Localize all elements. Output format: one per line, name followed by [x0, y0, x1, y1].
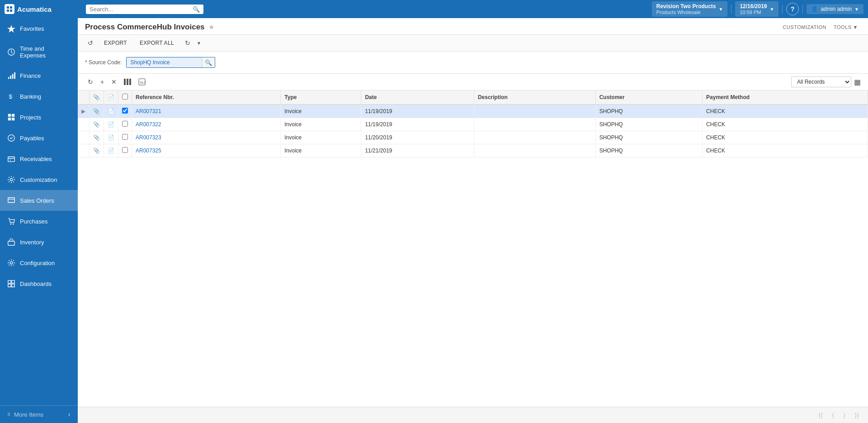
customization-button[interactable]: CUSTOMIZATION	[780, 23, 829, 31]
row-checkbox[interactable]	[122, 121, 128, 127]
sidebar-item-banking[interactable]: $Banking	[0, 86, 78, 107]
row-toggle-icon[interactable]: ▶	[81, 108, 85, 114]
invoices-table: 📎 📄 Reference Nbr. Type Date Description…	[78, 90, 868, 157]
row-checkbox[interactable]	[122, 134, 128, 140]
row-date: 11/21/2019	[361, 144, 474, 157]
help-button[interactable]: ?	[786, 3, 799, 15]
prev-page-button[interactable]: ⟨	[828, 410, 838, 421]
sidebar-item-dashboards[interactable]: Dashboards	[0, 273, 78, 294]
export-button[interactable]: EXPORT	[99, 38, 132, 48]
search-bar[interactable]: 🔍	[86, 5, 203, 14]
undo-button[interactable]: ↺	[85, 38, 96, 48]
top-bar: Acumatica 🔍 Revision Two Products Produc…	[0, 0, 868, 18]
grid-toolbar-left: ↻ + ✕ XLS	[85, 77, 148, 87]
refresh-dropdown-button[interactable]: ▼	[194, 39, 204, 48]
records-filter-select[interactable]: All RecordsSelected Records	[791, 76, 851, 87]
sidebar-item-label: Banking	[20, 93, 41, 100]
more-items-label[interactable]: More Items	[14, 411, 43, 418]
grid-delete-button[interactable]: ✕	[108, 77, 119, 87]
page-header: Process CommerceHub Invoices ★ CUSTOMIZA…	[78, 18, 868, 35]
row-date: 11/19/2019	[361, 118, 474, 131]
ref-nbr-link[interactable]: AR007322	[136, 121, 161, 128]
row-attach-cell: 📎	[90, 131, 104, 144]
sidebar-item-finance[interactable]: Finance	[0, 65, 78, 86]
first-page-button[interactable]: ⟨⟨	[815, 410, 826, 421]
row-payment-method: CHECK	[703, 118, 868, 131]
row-checkbox[interactable]	[122, 147, 128, 153]
attachment-icon: 📎	[93, 121, 100, 128]
company-line2: Products Wholesale	[656, 10, 716, 15]
select-all-checkbox[interactable]	[122, 94, 128, 100]
sidebar-item-favorites[interactable]: Favorites	[0, 18, 78, 39]
sidebar-item-time-expenses[interactable]: Time and Expenses	[0, 39, 78, 65]
row-checkbox[interactable]	[122, 108, 128, 114]
logo-area[interactable]: Acumatica	[5, 4, 81, 14]
svg-rect-0	[7, 6, 9, 9]
svg-rect-3	[10, 10, 12, 12]
sidebar-item-payables[interactable]: Payables	[0, 128, 78, 148]
row-note-cell: 📄	[104, 131, 118, 144]
table-row: 📎 📄 AR007325 Invoice 11/21/2019 SHOPHQ C…	[78, 144, 868, 157]
grid-fit-columns-button[interactable]	[121, 77, 134, 86]
row-type: Invoice	[281, 118, 361, 131]
top-bar-right: Revision Two Products Products Wholesale…	[652, 1, 863, 17]
company-selector[interactable]: Revision Two Products Products Wholesale…	[652, 1, 728, 17]
export-all-button[interactable]: EXPORT ALL	[135, 38, 179, 48]
svg-rect-13	[12, 118, 14, 120]
toolbar: ↺ EXPORT EXPORT ALL ↻ ▼	[78, 35, 868, 52]
filter-icon[interactable]: ▦	[854, 78, 861, 86]
row-attach-cell: 📎	[90, 118, 104, 131]
sidebar-item-label: Configuration	[20, 260, 55, 266]
divider3	[802, 5, 803, 14]
sidebar-item-purchases[interactable]: Purchases	[0, 211, 78, 232]
row-ref-nbr: AR007321	[132, 105, 281, 118]
source-code-search-button[interactable]: 🔍	[202, 58, 215, 67]
row-ref-nbr: AR007325	[132, 144, 281, 157]
dashboards-icon	[7, 280, 15, 288]
main-layout: FavoritesTime and ExpensesFinance$Bankin…	[0, 18, 868, 423]
datetime-selector[interactable]: 12/16/2019 10:59 PM ▼	[735, 1, 778, 17]
last-page-button[interactable]: ⟩⟩	[851, 410, 863, 421]
sidebar-item-projects[interactable]: Projects	[0, 107, 78, 128]
row-ref-nbr: AR007323	[132, 131, 281, 144]
svg-point-21	[10, 261, 12, 264]
col-note-header: 📄	[104, 90, 118, 105]
refresh-button[interactable]: ↻	[182, 38, 193, 48]
svg-rect-22	[124, 79, 126, 85]
grid-add-button[interactable]: +	[98, 77, 107, 87]
svg-point-18	[10, 223, 12, 225]
grid-export-excel-button[interactable]: XLS	[136, 77, 148, 87]
row-expand-cell: ▶	[78, 105, 90, 118]
row-expand-cell	[78, 131, 90, 144]
next-page-button[interactable]: ⟩	[840, 410, 849, 421]
row-date: 11/19/2019	[361, 105, 474, 118]
tools-button[interactable]: TOOLS ▼	[831, 23, 861, 31]
user-menu[interactable]: 👤 admin admin ▼	[807, 4, 863, 14]
row-check-cell	[118, 144, 132, 157]
ref-nbr-link[interactable]: AR007325	[136, 147, 161, 154]
row-attach-cell: 📎	[90, 144, 104, 157]
ref-nbr-link[interactable]: AR007323	[136, 134, 161, 141]
ref-nbr-link[interactable]: AR007321	[136, 108, 161, 114]
inventory-icon	[7, 238, 15, 246]
svg-rect-6	[10, 76, 11, 79]
sidebar-item-inventory[interactable]: Inventory	[0, 232, 78, 252]
favorite-star-icon[interactable]: ★	[208, 23, 214, 31]
row-expand-cell	[78, 118, 90, 131]
sidebar-collapse-button[interactable]: ‹	[68, 410, 71, 418]
sidebar-item-configuration[interactable]: Configuration	[0, 252, 78, 273]
sidebar-item-sales-orders[interactable]: Sales Orders	[0, 190, 78, 211]
sidebar-item-receivables[interactable]: Receivables	[0, 148, 78, 169]
sidebar-item-customization[interactable]: Customization	[0, 169, 78, 190]
row-ref-nbr: AR007322	[132, 118, 281, 131]
col-customer-header: Customer	[595, 90, 702, 105]
svg-rect-17	[8, 198, 14, 203]
row-check-cell	[118, 105, 132, 118]
grid-refresh-button[interactable]: ↻	[85, 77, 96, 87]
search-input[interactable]	[90, 6, 190, 13]
app-name: Acumatica	[17, 5, 52, 13]
note-icon: 📄	[108, 147, 114, 154]
source-code-input[interactable]	[127, 57, 202, 67]
bottom-bar: ⟨⟨ ⟨ ⟩ ⟩⟩	[78, 407, 868, 423]
sidebar-item-label: Purchases	[20, 218, 47, 225]
